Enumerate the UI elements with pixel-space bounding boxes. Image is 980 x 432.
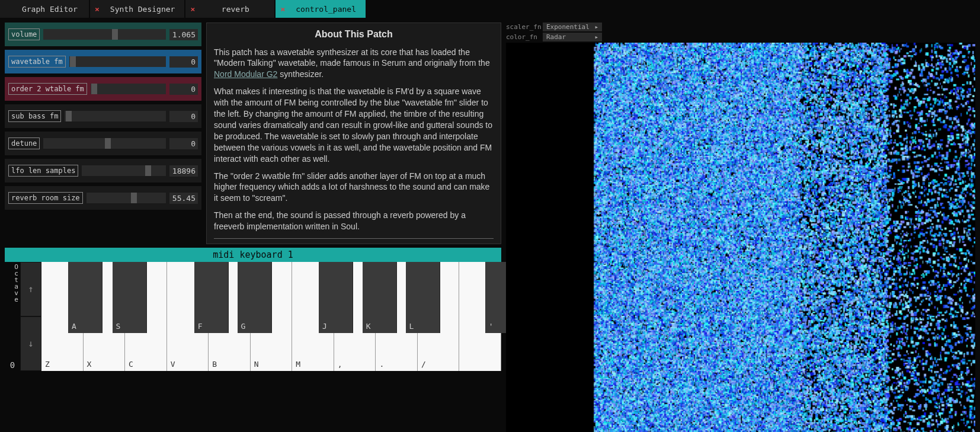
main-area: volume1.065wavetable fm0order 2 wtable f… [0,18,980,432]
scaler-fn-label: scaler_fn [506,23,539,31]
slider-thumb[interactable] [145,165,151,176]
black-key-G[interactable]: G [238,262,272,333]
slider-thumb[interactable] [112,29,118,40]
key-label: A [72,322,76,331]
key-label: S [116,322,121,331]
chevron-icon: ▸ [594,23,598,31]
octave-label: Octave [5,262,20,303]
slider-value: 0 [169,111,198,122]
black-key-L[interactable]: L [406,262,440,333]
tab-label: control_panel [296,5,356,14]
slider-track[interactable] [82,165,166,176]
slider-track[interactable] [65,111,166,121]
slider-track[interactable] [91,84,166,94]
slider-reverb-room-size: reverb room size55.45 [5,186,201,210]
keyboard-body: Octave 0 ↑ ↓ ZXCVBNM,./ ASFGJKL' [5,262,501,371]
right-column: scaler_fn Exponential▸ color_fn Radar▸ [506,23,975,432]
key-label: G [241,322,246,331]
slider-track[interactable] [87,193,166,203]
spectrogram-canvas[interactable] [506,43,975,432]
piano-keys: ZXCVBNM,./ ASFGJKL' [41,262,501,371]
scaler-fn-select[interactable]: Exponential▸ [543,23,602,31]
black-key-K[interactable]: K [363,262,397,333]
octave-label-col: Octave 0 [5,262,20,371]
vis-controls: scaler_fn Exponential▸ color_fn Radar▸ [506,23,975,41]
tab-bar: ×Graph Editor×Synth Designer×reverb×cont… [0,0,980,18]
about-panel: About This Patch This patch has a waveta… [206,23,501,244]
close-icon[interactable]: × [280,5,285,14]
about-p1: This patch has a wavetable synthesizer a… [214,47,494,81]
about-p2: What makes it interesting is that the wa… [214,86,494,164]
octave-up-button[interactable]: ↑ [20,262,41,316]
slider-label: detune [8,137,40,149]
slider-track[interactable] [43,138,166,149]
slider-track[interactable] [69,56,166,67]
controls-row: volume1.065wavetable fm0order 2 wtable f… [5,23,501,244]
slider-value: 0 [169,56,198,68]
slider-thumb[interactable] [91,84,97,94]
tab-graph-editor[interactable]: ×Graph Editor [0,0,89,18]
close-icon[interactable]: × [190,5,195,14]
tab-synth-designer[interactable]: ×Synth Designer [90,0,184,18]
key-label: V [171,360,175,369]
black-key-S[interactable]: S [113,262,147,333]
black-key-A[interactable]: A [68,262,103,333]
slider-wavetable-fm: wavetable fm0 [5,50,201,73]
octave-buttons: ↑ ↓ [20,262,41,371]
key-label: Z [45,360,50,369]
slider-value: 1.065 [169,29,198,40]
slider-value: 0 [169,138,198,149]
slider-value: 0 [169,84,198,95]
slider-detune: detune0 [5,132,201,155]
tab-control_panel[interactable]: ×control_panel [276,0,366,18]
key-label: , [338,360,342,369]
slider-label: volume [8,28,40,40]
key-label: F [198,322,203,331]
slider-label: reverb room size [8,192,83,204]
slider-lfo-len-samples: lfo len samples18896 [5,159,201,183]
slider-thumb[interactable] [131,193,137,203]
slider-thumb[interactable] [105,138,111,149]
key-label: / [421,360,426,369]
key-label: M [296,360,300,369]
slider-label: wavetable fm [8,56,66,68]
sliders-panel: volume1.065wavetable fm0order 2 wtable f… [5,23,201,244]
slider-label: lfo len samples [8,165,78,177]
scaler-fn-row: scaler_fn Exponential▸ [506,23,975,31]
color-fn-row: color_fn Radar▸ [506,33,975,41]
black-key-J[interactable]: J [319,262,353,333]
close-icon[interactable]: × [95,5,100,14]
slider-thumb[interactable] [66,111,72,121]
key-label: ' [489,322,494,331]
octave-value: 0 [5,359,20,371]
about-divider [214,238,494,239]
tab-reverb[interactable]: ×reverb [185,0,274,18]
slider-value: 55.45 [169,193,198,204]
about-p3: The "order 2 wvatble fm" slider adds ano… [214,171,494,204]
tab-label: Graph Editor [20,5,79,14]
slider-label: order 2 wtable fm [8,83,87,95]
left-column: volume1.065wavetable fm0order 2 wtable f… [5,23,501,432]
keyboard-section: midi keyboard 1 Octave 0 ↑ ↓ ZXCVBNM,./ … [5,248,501,371]
slider-sub-bass-fm: sub bass fm0 [5,104,201,128]
slider-value: 18896 [169,165,198,177]
key-label: . [379,360,384,369]
key-label: B [212,360,217,369]
key-label: J [322,322,327,331]
key-label: X [87,360,92,369]
keyboard-title: midi keyboard 1 [5,248,501,262]
black-key-F[interactable]: F [194,262,229,333]
key-label: N [254,360,259,369]
slider-volume: volume1.065 [5,23,201,46]
key-label: C [129,360,133,369]
about-p4: Then at the end, the sound is passed thr… [214,210,494,232]
about-title: About This Patch [214,28,494,41]
octave-down-button[interactable]: ↓ [20,316,41,371]
key-label: K [366,322,371,331]
tab-label: reverb [206,5,265,14]
color-fn-label: color_fn [506,33,539,41]
color-fn-select[interactable]: Radar▸ [543,33,602,41]
slider-track[interactable] [43,29,166,40]
slider-thumb[interactable] [70,56,76,67]
nord-link[interactable]: Nord Modular G2 [214,69,277,79]
